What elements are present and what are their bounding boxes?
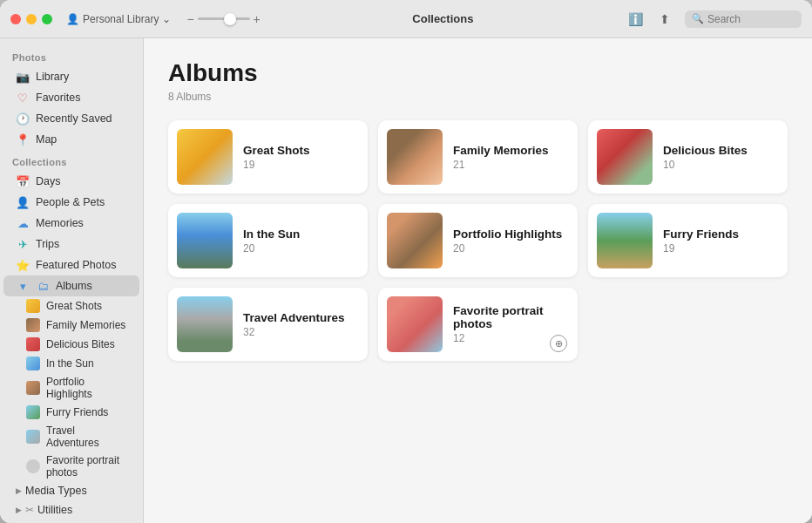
sidebar-item-albums[interactable]: ▾ 🗂 Albums [3,275,139,296]
album-name-portfolio-highlights: Portfolio Highlights [453,228,569,241]
album-card-travel-adventures[interactable]: Travel Adventures 32 [168,288,368,361]
zoom-plus-icon[interactable]: + [254,12,261,26]
sidebar-label-utilities: Utilities [37,504,72,516]
sidebar-sublabel-in-the-sun: In the Sun [46,357,94,370]
album-thumbnail-portfolio-highlights [387,213,443,268]
furry-friends-sub-icon [26,405,40,419]
sidebar-item-days[interactable]: 📅 Days [3,171,139,192]
window-title: Collections [412,12,473,25]
album-info-portfolio-highlights: Portfolio Highlights 20 [453,228,569,255]
zoom-thumb [224,13,236,25]
sidebar-item-trips[interactable]: ✈ Trips [3,234,139,255]
sidebar-label-map: Map [36,133,57,146]
sidebar-item-projects[interactable]: ▶ Projects [3,520,139,523]
album-card-favorite-portrait[interactable]: Favorite portrait photos 12 ⊕ [378,288,578,361]
delicious-bites-sub-icon [26,337,40,351]
album-card-furry-friends[interactable]: Furry Friends 19 [588,204,788,277]
sidebar-sublabel-favorite-portrait: Favorite portrait photos [46,454,127,479]
in-the-sun-sub-icon [26,357,40,370]
sidebar-sublabel-furry-friends: Furry Friends [46,406,108,418]
album-count-portfolio-highlights: 20 [453,242,569,255]
recently-saved-icon: 🕐 [16,112,30,126]
sidebar-item-utilities[interactable]: ▶ ✂ Utilities [3,500,139,520]
portfolio-highlights-sub-icon [26,381,40,395]
album-thumbnail-in-the-sun [177,213,233,268]
days-icon: 📅 [16,174,30,188]
albums-count: 8 Albums [168,91,788,103]
album-grid-empty [588,288,788,361]
utilities-chevron-icon: ▶ [16,506,22,514]
album-info-in-the-sun: In the Sun 20 [243,228,359,255]
zoom-slider[interactable] [198,17,250,20]
sidebar-item-memories[interactable]: ☁ Memories [3,213,139,234]
memories-icon: ☁ [16,216,30,230]
maximize-button[interactable] [42,14,52,24]
sidebar-subitem-great-shots[interactable]: Great Shots [3,296,139,316]
utilities-icon: ✂ [25,504,34,516]
sidebar-sublabel-family-memories: Family Memories [46,319,125,331]
album-name-family-memories: Family Memories [453,144,569,157]
sidebar-label-memories: Memories [36,217,84,229]
search-input[interactable] [707,13,795,25]
sidebar-item-recently-saved[interactable]: 🕐 Recently Saved [3,108,139,129]
sidebar-section-photos: Photos [0,45,143,66]
titlebar: 👤 Personal Library ⌄ − + Collections ℹ️ … [0,0,812,38]
album-count-travel-adventures: 32 [243,326,359,338]
sidebar-item-map[interactable]: 📍 Map [3,129,139,150]
album-action-button-favorite-portrait[interactable]: ⊕ [550,335,567,352]
album-name-furry-friends: Furry Friends [663,228,779,241]
album-info-furry-friends: Furry Friends 19 [663,228,779,255]
people-pets-icon: 👤 [16,195,30,209]
titlebar-right: ℹ️ ⬆ 🔍 [626,10,802,29]
album-count-great-shots: 19 [243,159,359,171]
search-box[interactable]: 🔍 [685,10,802,28]
zoom-minus-icon[interactable]: − [186,12,193,26]
sidebar-subitem-family-memories[interactable]: Family Memories [3,316,139,335]
titlebar-center: Collections [261,12,626,25]
app-window: 👤 Personal Library ⌄ − + Collections ℹ️ … [0,0,812,523]
trips-icon: ✈ [16,237,30,251]
album-thumbnail-furry-friends [597,213,653,268]
person-icon: 👤 [66,13,79,25]
library-label: Personal Library [83,13,159,25]
album-card-great-shots[interactable]: Great Shots 19 [168,120,368,194]
main-content: Photos 📷 Library ♡ Favorites 🕐 Recently … [0,38,812,523]
sidebar-subitem-favorite-portrait[interactable]: Favorite portrait photos [3,452,139,481]
sidebar-subitem-portfolio-highlights[interactable]: Portfolio Highlights [3,373,139,403]
sidebar-item-people-pets[interactable]: 👤 People & Pets [3,192,139,213]
album-card-portfolio-highlights[interactable]: Portfolio Highlights 20 [378,204,578,277]
albums-chevron-icon: ▾ [16,279,30,293]
sidebar-subitem-travel-adventures[interactable]: Travel Adventures [3,422,139,452]
sidebar-item-featured-photos[interactable]: ⭐ Featured Photos [3,255,139,275]
album-count-in-the-sun: 20 [243,242,359,255]
album-thumbnail-travel-adventures [177,296,233,352]
library-selector[interactable]: 👤 Personal Library ⌄ [66,13,171,25]
album-info-delicious-bites: Delicious Bites 10 [663,144,779,171]
minimize-button[interactable] [26,14,37,24]
sidebar-subitem-delicious-bites[interactable]: Delicious Bites [3,335,139,354]
sidebar: Photos 📷 Library ♡ Favorites 🕐 Recently … [0,38,144,523]
album-card-family-memories[interactable]: Family Memories 21 [378,120,578,194]
sidebar-item-media-types[interactable]: ▶ Media Types [3,481,139,500]
close-button[interactable] [10,14,21,24]
album-card-delicious-bites[interactable]: Delicious Bites 10 [588,120,788,194]
sidebar-item-favorites[interactable]: ♡ Favorites [3,87,139,108]
album-name-travel-adventures: Travel Adventures [243,311,359,324]
share-button[interactable]: ⬆ [655,10,674,29]
chevron-icon: ⌄ [162,13,171,25]
traffic-lights [10,14,52,24]
album-name-favorite-portrait: Favorite portrait photos [453,304,569,330]
search-icon: 🔍 [692,13,704,24]
page-title: Albums [168,59,788,87]
favorites-icon: ♡ [16,91,30,105]
info-button[interactable]: ℹ️ [626,10,645,29]
sidebar-subitem-in-the-sun[interactable]: In the Sun [3,354,139,373]
album-thumbnail-delicious-bites [597,129,653,185]
sidebar-label-days: Days [36,175,60,187]
album-card-in-the-sun[interactable]: In the Sun 20 [168,204,368,277]
sidebar-item-library[interactable]: 📷 Library [3,66,139,87]
album-count-furry-friends: 19 [663,242,779,255]
album-name-in-the-sun: In the Sun [243,228,359,241]
album-name-delicious-bites: Delicious Bites [663,144,779,157]
sidebar-subitem-furry-friends[interactable]: Furry Friends [3,403,139,422]
